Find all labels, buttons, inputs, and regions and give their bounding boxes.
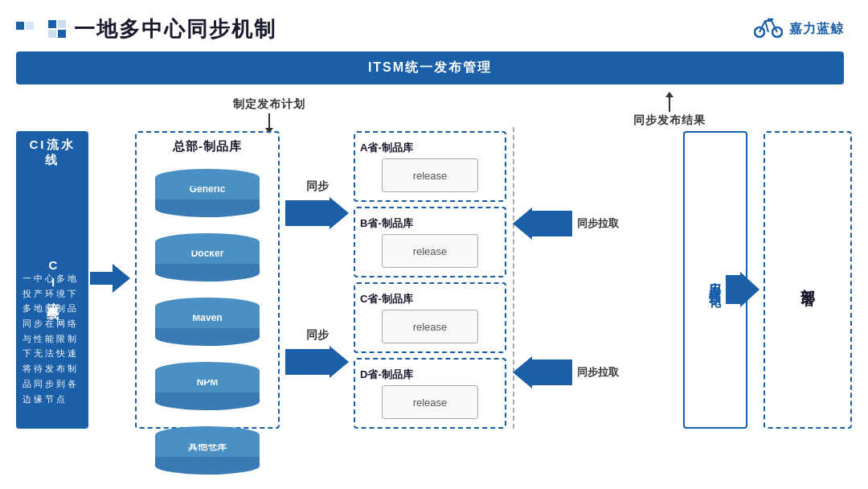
- db-npm: NPM: [155, 362, 260, 410]
- tongbu-result-label: 同步发布结果: [633, 113, 706, 128]
- province-c-box: C省-制品库 release: [354, 282, 506, 353]
- province-c-release: release: [382, 310, 478, 343]
- arrow-down-fabuzhi: [268, 113, 270, 128]
- province-d-title: D省-制品库: [360, 368, 413, 382]
- deploy-box: 部署: [764, 131, 852, 429]
- db-maven: Maven: [155, 298, 260, 346]
- pull-label-2: 同步拉取: [577, 365, 619, 380]
- svg-line-2: [765, 21, 768, 32]
- left-panel-desc: 一中心多地投产环境下多地间制品同步在网络与性能限制下无法快速将待发布制品同步到各…: [23, 271, 82, 406]
- province-b-title: B省-制品库: [360, 216, 413, 231]
- logo-area: 嘉力蓝鲸: [754, 14, 844, 43]
- header: 一地多中心同步机制 嘉力蓝鲸: [0, 0, 868, 51]
- arrow-ci-to-zongbu: [90, 264, 130, 293]
- db-docker: Docker: [155, 233, 260, 281]
- province-b-box: B省-制品库 release: [354, 207, 506, 277]
- title-icon: [16, 22, 35, 36]
- itsm-label: ITSM统一发布管理: [368, 60, 492, 74]
- itsm-banner: ITSM统一发布管理: [16, 51, 844, 84]
- sync-bottom-label: 同步: [306, 328, 329, 343]
- db-generic: Generic: [155, 169, 260, 217]
- province-col: A省-制品库 release B省-制品库 release C省-制品库 rel…: [354, 131, 506, 429]
- sync-bottom-arrow: [285, 346, 349, 378]
- arrow-auto-to-deploy: [726, 272, 760, 307]
- pull-arrow-2: 同步拉取: [513, 356, 619, 388]
- sync-bottom-area: 同步: [285, 328, 349, 378]
- pull-arrow-1: 同步拉取: [513, 208, 619, 240]
- province-c-title: C省-制品库: [360, 292, 413, 306]
- sync-top-arrow: [285, 197, 349, 229]
- auto-label: 应用发布自动化: [707, 272, 724, 289]
- pull-label-1: 同步拉取: [577, 216, 619, 231]
- sync-top-label: 同步: [306, 179, 329, 194]
- page-title: 一地多中心同步机制: [74, 15, 276, 43]
- fabuzhi-label: 制定发布计划: [233, 97, 305, 112]
- province-b-release: release: [382, 234, 478, 268]
- province-a-release: release: [382, 158, 478, 192]
- sync-top-area: 同步: [285, 179, 349, 229]
- diagram: 制定发布计划 同步发布结果 CI流水线 CI流水线 一中心多地投产环境下多地间制…: [16, 91, 852, 469]
- tongbu-result-label-area: 同步发布结果: [633, 97, 706, 128]
- province-a-title: A省-制品库: [360, 141, 413, 155]
- fabuzhi-label-area: 制定发布计划: [233, 97, 305, 128]
- db-other: 其他仓库: [155, 426, 260, 475]
- province-d-box: D省-制品库 release: [354, 358, 506, 429]
- logo-text: 嘉力蓝鲸: [789, 21, 844, 38]
- header-left: 一地多中心同步机制: [16, 15, 276, 43]
- deploy-label: 部署: [798, 277, 817, 283]
- zongbu-box: 总部-制品库 Generic Docker Maven: [135, 131, 280, 429]
- province-d-release: release: [382, 385, 478, 419]
- ci-title-label: CI流水线: [23, 138, 82, 168]
- province-a-box: A省-制品库 release: [354, 131, 506, 202]
- ci-content: CI流水线 一中心多地投产环境下多地间制品同步在网络与性能限制下无法快速将待发布…: [16, 131, 88, 429]
- zongbu-title: 总部-制品库: [143, 139, 272, 154]
- db-list: Generic Docker Maven: [143, 162, 272, 481]
- ci-box: CI流水线 CI流水线 一中心多地投产环境下多地间制品同步在网络与性能限制下无法…: [16, 131, 88, 429]
- arrow-up-tongbu: [669, 97, 670, 112]
- logo-icon: [754, 14, 783, 43]
